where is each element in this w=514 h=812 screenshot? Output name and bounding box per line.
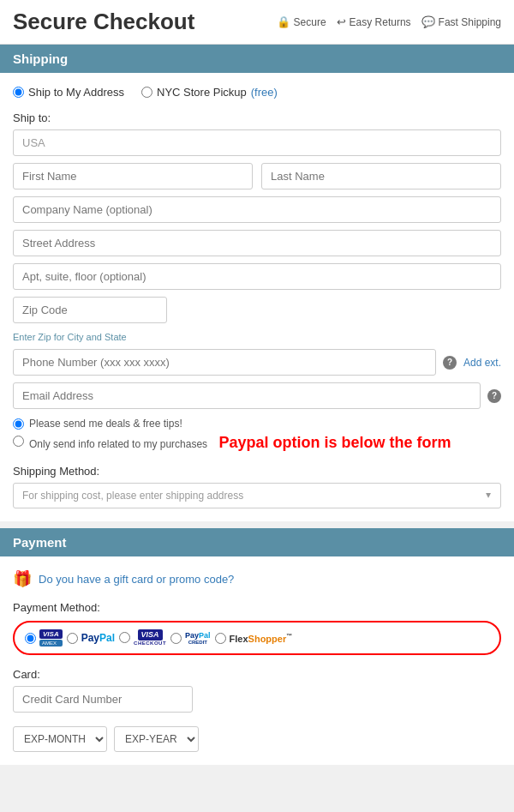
street-field[interactable] [13, 230, 501, 256]
shopper-text: Shopper [248, 633, 287, 643]
shipping-options: Ship to My Address NYC Store Pickup (fre… [13, 86, 501, 99]
email-row: ? [13, 382, 501, 409]
header: Secure Checkout 🔒 Secure ↩ Easy Returns … [0, 0, 514, 45]
payment-method-label: Payment Method: [13, 601, 501, 614]
exp-year-select[interactable]: EXP-YEAR 2024202520262027 202820292030 [114, 726, 199, 752]
payment-section: Payment 🎁 Do you have a gift card or pro… [0, 528, 514, 765]
visa-logo: VISA [39, 629, 63, 639]
shipping-section-body: Ship to My Address NYC Store Pickup (fre… [0, 73, 514, 521]
paypal-logo: PayPal [81, 632, 115, 644]
visa-amex-logo: VISA AMEX [39, 629, 63, 647]
purchase-radio[interactable] [13, 436, 24, 447]
ship-to-label: Ship to: [13, 111, 501, 124]
purchase-option[interactable]: Only send info related to my purchases P… [13, 434, 501, 452]
card-section: Card: EXP-MONTH 01020304 05060708 091011… [13, 668, 501, 752]
secure-badge: 🔒 Secure [277, 15, 326, 28]
visa-checkout-radio[interactable] [119, 632, 130, 643]
annotation-text: Paypal option is below the form [218, 434, 451, 451]
visa-checkout-logo: VISA CHECKOUT [134, 629, 166, 647]
returns-label: Easy Returns [350, 16, 411, 28]
apt-field[interactable] [13, 263, 501, 290]
zip-hint: Enter Zip for City and State [13, 332, 501, 342]
exp-row: EXP-MONTH 01020304 05060708 09101112 EXP… [13, 726, 501, 752]
shipping-section-header: Shipping [0, 45, 514, 73]
name-row [13, 163, 501, 196]
store-pickup-option[interactable]: NYC Store Pickup (free) [141, 86, 278, 99]
amex-logo: AMEX [39, 640, 63, 647]
deals-option[interactable]: Please send me deals & free tips! [13, 418, 501, 430]
email-field[interactable] [13, 382, 481, 409]
zip-field[interactable] [13, 297, 167, 323]
free-tag: (free) [251, 86, 278, 99]
shipping-section: Shipping Ship to My Address NYC Store Pi… [0, 45, 514, 521]
paypal-credit-bottom: CREDIT [188, 640, 207, 645]
deals-radio[interactable] [13, 418, 24, 430]
visa-amex-radio[interactable] [25, 633, 36, 644]
add-ext-link[interactable]: Add ext. [463, 357, 501, 369]
gift-icon: 🎁 [13, 569, 32, 588]
shipping-method-select[interactable]: For shipping cost, please enter shipping… [13, 483, 501, 508]
ship-to-address-radio[interactable] [13, 87, 24, 98]
email-options: Please send me deals & free tips! Only s… [13, 418, 501, 452]
ship-to-address-option[interactable]: Ship to My Address [13, 86, 124, 99]
secure-label: Secure [294, 16, 326, 28]
phone-field[interactable] [13, 349, 436, 376]
card-label: Card: [13, 668, 501, 681]
shipping-method-wrapper: For shipping cost, please enter shipping… [13, 483, 501, 508]
flexshopper-tm: ™ [286, 633, 292, 639]
phone-help-icon[interactable]: ? [443, 356, 457, 370]
flexshopper-option[interactable]: FlexShopper™ [215, 633, 293, 644]
payment-section-header: Payment [0, 528, 514, 556]
visa-checkout-bottom: CHECKOUT [134, 641, 166, 647]
company-field[interactable] [13, 196, 501, 223]
returns-icon: ↩ [337, 15, 346, 28]
paypal-radio[interactable] [67, 633, 78, 644]
gift-card-label[interactable]: Do you have a gift card or promo code? [39, 573, 234, 586]
store-pickup-label: NYC Store Pickup [157, 86, 247, 99]
phone-row: ? Add ext. [13, 349, 501, 376]
shipping-label: Fast Shipping [439, 16, 501, 28]
purchase-label: Only send info related to my purchases P… [29, 434, 451, 452]
last-name-field[interactable] [261, 163, 501, 189]
shipping-icon: 💬 [421, 15, 435, 28]
shipping-method-label: Shipping Method: [13, 465, 501, 478]
exp-month-select[interactable]: EXP-MONTH 01020304 05060708 09101112 [13, 726, 107, 752]
header-badges: 🔒 Secure ↩ Easy Returns 💬 Fast Shipping [277, 15, 501, 28]
visa-checkout-top: VISA [138, 629, 163, 641]
country-field[interactable] [13, 129, 501, 156]
first-name-field[interactable] [13, 163, 253, 189]
shipping-method-section: Shipping Method: For shipping cost, plea… [13, 465, 501, 508]
flex-text: Flex [230, 633, 248, 643]
store-pickup-radio[interactable] [141, 87, 152, 98]
page-title: Secure Checkout [13, 9, 194, 35]
flexshopper-radio[interactable] [215, 633, 226, 644]
paypal-credit-radio[interactable] [170, 633, 182, 644]
paypal-option[interactable]: PayPal [67, 632, 115, 644]
deals-label: Please send me deals & free tips! [29, 418, 182, 430]
email-help-icon[interactable]: ? [487, 389, 501, 403]
zip-row: Enter Zip for City and State [13, 297, 501, 349]
paypal-credit-logo: PayPal CREDIT [185, 631, 211, 645]
lock-icon: 🔒 [277, 15, 290, 28]
visa-amex-option[interactable]: VISA AMEX [25, 629, 63, 647]
ship-to-address-label: Ship to My Address [28, 86, 124, 99]
returns-badge: ↩ Easy Returns [337, 15, 411, 28]
card-number-field[interactable] [13, 686, 193, 713]
paypal-credit-top: PayPal [185, 631, 211, 640]
flexshopper-logo: FlexShopper™ [230, 633, 293, 644]
payment-section-body: 🎁 Do you have a gift card or promo code?… [0, 556, 514, 765]
gift-card-row[interactable]: 🎁 Do you have a gift card or promo code? [13, 569, 501, 588]
paypal-credit-option[interactable]: PayPal CREDIT [170, 631, 211, 645]
payment-options: VISA AMEX PayPal VISA CHECKOUT [13, 621, 501, 655]
visa-checkout-option[interactable]: VISA CHECKOUT [119, 629, 166, 647]
shipping-badge: 💬 Fast Shipping [421, 15, 501, 28]
